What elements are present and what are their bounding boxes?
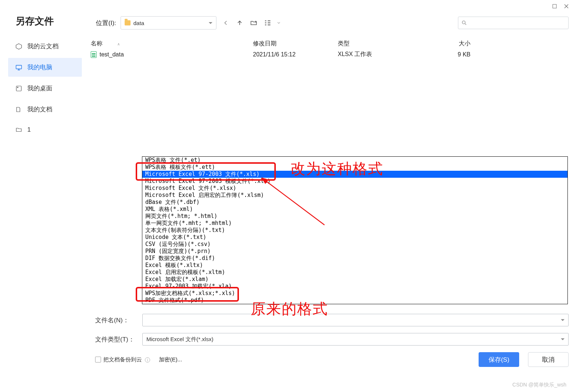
filetype-option[interactable]: Microsoft Excel 启用宏的工作簿(*.xlsm)	[142, 192, 567, 199]
desktop-icon	[15, 85, 22, 92]
filetype-option[interactable]: CSV (逗号分隔)(*.csv)	[142, 241, 567, 248]
sidebar-item-label: 我的文档	[27, 105, 52, 114]
column-size[interactable]: 大小	[411, 40, 470, 48]
sidebar-item-label: 我的桌面	[27, 84, 52, 93]
search-input[interactable]	[467, 20, 565, 26]
filetype-option[interactable]: PDF 文件格式(*.pdf)	[142, 297, 567, 304]
filetype-option[interactable]: XML 表格(*.xml)	[142, 206, 567, 213]
sidebar-item-documents[interactable]: 我的文档	[8, 100, 82, 119]
filetype-option[interactable]: 单一网页文件(*.mht; *.mhtml)	[142, 220, 567, 227]
search-icon	[461, 20, 467, 26]
file-row[interactable]: test_data 2021/11/6 15:12 XLSX 工作表 9 KB	[88, 49, 569, 60]
sidebar-item-my-computer[interactable]: 我的电脑	[8, 58, 82, 77]
up-button[interactable]	[235, 18, 244, 28]
filetype-option[interactable]: Microsoft Excel 97-2003 文件(*.xls)	[142, 171, 567, 178]
filetype-dropdown[interactable]: WPS表格 文件(*.et)WPS表格 模板文件(*.ett)Microsoft…	[142, 156, 568, 304]
new-folder-button[interactable]	[249, 18, 258, 28]
location-value: data	[133, 20, 144, 26]
filetype-option[interactable]: Unicode 文本(*.txt)	[142, 234, 567, 241]
filetype-option[interactable]: Microsoft Excel 文件(*.xlsx)	[142, 185, 567, 192]
sidebar-item-cloud-docs[interactable]: 我的云文档	[8, 37, 82, 56]
filetype-option[interactable]: Microsoft Excel 97-2003 模板文件(*.xlt)	[142, 178, 567, 185]
filetype-value: Microsoft Excel 文件(*.xlsx)	[146, 336, 213, 343]
view-mode-button[interactable]	[263, 18, 272, 28]
filetype-option[interactable]: 网页文件(*.htm; *.html)	[142, 213, 567, 220]
svg-rect-2	[16, 86, 21, 91]
svg-point-3	[17, 87, 18, 87]
file-list-header: 名称∧ 修改日期 类型 大小	[88, 38, 569, 49]
minimize-icon[interactable]	[552, 3, 557, 8]
cancel-button[interactable]: 取消	[528, 352, 569, 367]
backup-to-cloud-checkbox[interactable]: 把文档备份到云 i	[95, 356, 150, 363]
column-modified[interactable]: 修改日期	[253, 40, 338, 48]
file-modified: 2021/11/6 15:12	[253, 51, 338, 58]
cloud-doc-icon	[15, 43, 22, 50]
sidebar: 我的云文档 我的电脑 我的桌面 我的文档 1	[8, 37, 82, 141]
filetype-option[interactable]: PRN (固定宽度)(*.prn)	[142, 248, 567, 255]
chevron-down-icon	[561, 319, 565, 321]
file-type: XLSX 工作表	[338, 51, 411, 58]
filetype-label: 文件类型(T)：	[95, 335, 142, 344]
filetype-option[interactable]: WPS表格 模板文件(*.ett)	[142, 164, 567, 171]
watermark: CSDN @简单快乐_wsh	[513, 382, 566, 388]
info-icon[interactable]: i	[145, 357, 150, 362]
back-button[interactable]	[221, 18, 230, 28]
filetype-option[interactable]: Excel 启用宏的模板(*.xltm)	[142, 269, 567, 276]
checkbox-icon	[95, 357, 101, 362]
filetype-option[interactable]: WPS加密文档格式(*.xlsx;*.xls)	[142, 290, 567, 297]
folder-icon	[125, 20, 131, 25]
xlsx-file-icon	[91, 51, 97, 58]
svg-point-4	[462, 21, 465, 24]
sort-asc-icon: ∧	[117, 42, 120, 46]
filetype-option[interactable]: WPS表格 文件(*.et)	[142, 157, 567, 164]
filename-input[interactable]	[142, 314, 569, 326]
sidebar-item-recent-1[interactable]: 1	[8, 121, 82, 139]
filetype-option[interactable]: Excel 加载宏(*.xlam)	[142, 276, 567, 283]
chevron-down-icon	[209, 22, 212, 24]
filetype-option[interactable]: Excel 97-2003 加载宏(*.xla)	[142, 283, 567, 290]
sidebar-item-label: 我的云文档	[27, 42, 59, 51]
encrypt-link[interactable]: 加密(E)...	[159, 356, 182, 363]
column-name[interactable]: 名称∧	[91, 40, 253, 48]
save-button[interactable]: 保存(S)	[479, 352, 519, 367]
documents-icon	[15, 106, 22, 113]
location-combo[interactable]: data	[121, 16, 216, 30]
view-mode-caret[interactable]	[274, 18, 284, 28]
my-computer-icon	[15, 64, 22, 71]
svg-rect-1	[16, 65, 22, 69]
svg-rect-0	[553, 4, 556, 8]
filename-label: 文件名(N)：	[95, 316, 142, 325]
location-label: 位置(I):	[96, 19, 116, 27]
dialog-title: 另存文件	[15, 15, 54, 28]
folder-icon	[15, 126, 22, 133]
filetype-option[interactable]: dBase 文件(*.dbf)	[142, 199, 567, 206]
filetype-option[interactable]: DIF 数据交换文件(*.dif)	[142, 255, 567, 262]
filetype-option[interactable]: 文本文件(制表符分隔)(*.txt)	[142, 227, 567, 234]
file-name: test_data	[100, 51, 124, 58]
column-type[interactable]: 类型	[338, 40, 411, 48]
sidebar-item-desktop[interactable]: 我的桌面	[8, 79, 82, 98]
sidebar-item-label: 我的电脑	[27, 63, 52, 72]
file-size: 9 KB	[411, 51, 470, 58]
search-box[interactable]	[458, 17, 569, 29]
filetype-combo[interactable]: Microsoft Excel 文件(*.xlsx)	[142, 333, 569, 346]
chevron-down-icon	[561, 339, 565, 340]
sidebar-item-label: 1	[27, 126, 31, 133]
filetype-option[interactable]: Excel 模板(*.xltx)	[142, 262, 567, 269]
close-icon[interactable]	[564, 3, 569, 8]
